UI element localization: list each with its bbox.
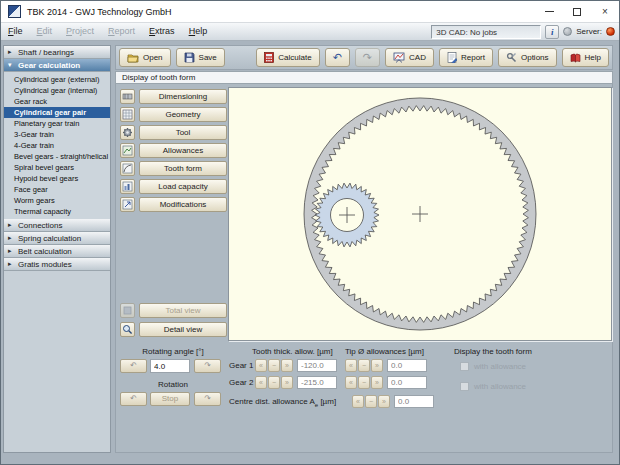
tooth-form-canvas[interactable] (228, 87, 612, 341)
sidebar-item-face-gear[interactable]: Face gear (4, 184, 110, 195)
centre-dist-stepper-reset[interactable]: − (365, 395, 377, 408)
view-header: Display of tooth form (115, 71, 613, 84)
tooth-form-icon-button[interactable] (120, 161, 135, 176)
tooth-form-button[interactable]: Tooth form (139, 161, 227, 176)
rotate-right-button[interactable]: ↷ (194, 359, 221, 373)
geometry-icon-button[interactable] (120, 107, 135, 122)
rotate-left-icon: ↶ (130, 394, 137, 403)
sidebar-item-hypoid-bevel-gears[interactable]: Hypoid bevel gears (4, 173, 110, 184)
module-row-tool: Tool (120, 125, 227, 140)
centre-dist-allowance-input[interactable] (394, 395, 434, 408)
minus-icon: − (362, 379, 366, 386)
sidebar-item-thermal-capacity[interactable]: Thermal capacity (4, 206, 110, 217)
detail-view-button[interactable]: Detail view (139, 322, 227, 337)
gear2-tip-stepper-right[interactable]: » (371, 376, 383, 389)
gear2-tip-allowance-input[interactable] (387, 376, 427, 389)
allowances-icon-button[interactable] (120, 143, 135, 158)
load-capacity-button[interactable]: Load capacity (139, 179, 227, 194)
with-allowance-checkbox-2 (460, 382, 469, 391)
sidebar-item-worm-gears[interactable]: Worm gears (4, 195, 110, 206)
sidebar-section-belt-calculation[interactable]: ▸ Belt calculation (4, 245, 110, 258)
double-chevron-left-icon: « (356, 398, 360, 405)
undo-button[interactable]: ↶ (325, 48, 350, 67)
help-button[interactable]: Help (562, 48, 609, 67)
gear1-tip-stepper-right[interactable]: » (371, 359, 383, 372)
menu-file[interactable]: File (1, 23, 30, 40)
sidebar-section-spring-calculation[interactable]: ▸ Spring calculation (4, 232, 110, 245)
double-chevron-right-icon: » (375, 379, 379, 386)
minus-icon: − (369, 398, 373, 405)
options-button[interactable]: Options (498, 48, 557, 67)
menu-extras[interactable]: Extras (142, 23, 182, 40)
rotate-left-button[interactable]: ↶ (120, 359, 147, 373)
dimensioning-button[interactable]: Dimensioning (139, 89, 227, 104)
gear1-tip-stepper-reset[interactable]: − (358, 359, 370, 372)
open-button[interactable]: Open (119, 48, 171, 67)
detail-view-icon-button[interactable] (120, 322, 135, 337)
allowances-button[interactable]: Allowances (139, 143, 227, 158)
close-button[interactable]: × (591, 1, 619, 22)
sidebar-item-spiral-bevel-gears[interactable]: Spiral bevel gears (4, 162, 110, 173)
sidebar-item-cylindrical-gear-internal[interactable]: Cylindrical gear (internal) (4, 85, 110, 96)
gear1-tooth-allowance-input[interactable] (297, 359, 337, 372)
total-view-row: Total view (120, 303, 227, 318)
gear1-tooth-stepper-reset[interactable]: − (268, 359, 280, 372)
maximize-button[interactable] (563, 1, 591, 22)
gear2-tooth-allowance-input[interactable] (297, 376, 337, 389)
geometry-button[interactable]: Geometry (139, 107, 227, 122)
sidebar-item-planetary-gear-train[interactable]: Planetary gear train (4, 118, 110, 129)
gear2-tip-stepper-reset[interactable]: − (358, 376, 370, 389)
calculate-button[interactable]: Calculate (256, 48, 319, 67)
sidebar-item-gear-rack[interactable]: Gear rack (4, 96, 110, 107)
menu-help[interactable]: Help (182, 23, 215, 40)
sidebar-section-connections[interactable]: ▸ Connections (4, 219, 110, 232)
gear1-tooth-stepper-left[interactable]: « (255, 359, 267, 372)
report-document-icon (447, 52, 457, 63)
sidebar-section-shaft-bearings[interactable]: ▸ Shaft / bearings (4, 46, 110, 59)
gear2-tooth-stepper-left[interactable]: « (255, 376, 267, 389)
module-row-modifications: Modifications (120, 197, 227, 212)
rotating-angle-input[interactable] (150, 359, 190, 373)
centre-dist-stepper-right[interactable]: » (378, 395, 390, 408)
rotation-right-button[interactable]: ↷ (194, 392, 221, 406)
sidebar-section-gear-calculation[interactable]: ▾ Gear calculation (4, 59, 110, 72)
sidebar-item-4-gear-train[interactable]: 4-Gear train (4, 140, 110, 151)
modifications-button[interactable]: Modifications (139, 197, 227, 212)
sidebar-item-cylindrical-gear-pair[interactable]: Cylindrical gear pair (4, 107, 110, 118)
server-label: Server: (576, 27, 602, 36)
total-view-icon-button (120, 303, 135, 318)
gear1-tip-stepper-left[interactable]: « (345, 359, 357, 372)
info-button[interactable]: i (545, 25, 559, 39)
double-chevron-left-icon: « (259, 362, 263, 369)
cad-button[interactable]: CAD (385, 48, 434, 67)
report-button[interactable]: Report (439, 48, 493, 67)
gear-pair-drawing (229, 88, 611, 340)
tool-icon-button[interactable] (120, 125, 135, 140)
server-status-indicator (606, 27, 615, 36)
dimensioning-icon-button[interactable] (120, 89, 135, 104)
modifications-icon-button[interactable] (120, 197, 135, 212)
minus-icon: − (272, 362, 276, 369)
tool-button[interactable]: Tool (139, 125, 227, 140)
centre-dist-stepper-left[interactable]: « (352, 395, 364, 408)
magnifier-icon (122, 324, 133, 335)
sidebar-item-3-gear-train[interactable]: 3-Gear train (4, 129, 110, 140)
navigation-sidebar: ▸ Shaft / bearings ▾ Gear calculation Cy… (3, 45, 111, 453)
cad-status-indicator (563, 27, 572, 36)
rotation-left-button[interactable]: ↶ (120, 392, 147, 406)
sidebar-item-cylindrical-gear-external[interactable]: Cylindrical gear (external) (4, 74, 110, 85)
tooth-thick-allow-header: Tooth thick. allow. [µm] (252, 347, 352, 356)
gear1-tooth-stepper-right[interactable]: » (281, 359, 293, 372)
gear2-tooth-stepper-right[interactable]: » (281, 376, 293, 389)
sidebar-item-bevel-gears[interactable]: Bevel gears - straight/helical (4, 151, 110, 162)
minimize-button[interactable] (535, 1, 563, 22)
menu-edit: Edit (30, 23, 60, 40)
content-panel: Dimensioning Geometry Tool Allowances To… (115, 84, 613, 453)
save-button[interactable]: Save (176, 48, 225, 67)
load-capacity-icon-button[interactable] (120, 179, 135, 194)
chevron-right-icon: ▸ (8, 247, 14, 255)
gear2-tooth-stepper-reset[interactable]: − (268, 376, 280, 389)
gear1-tip-allowance-input[interactable] (387, 359, 427, 372)
sidebar-section-gratis-modules[interactable]: ▸ Gratis modules (4, 258, 110, 271)
gear2-tip-stepper-left[interactable]: « (345, 376, 357, 389)
